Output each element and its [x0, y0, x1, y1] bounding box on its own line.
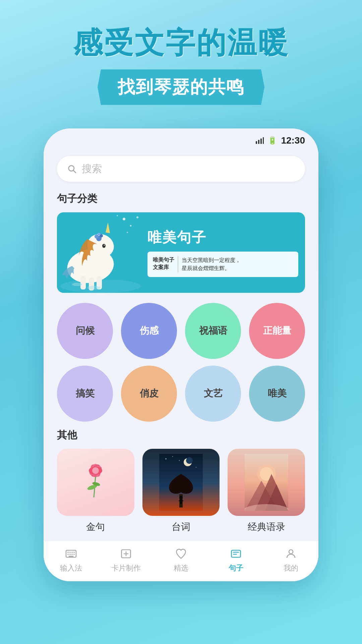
svg-rect-41	[180, 499, 182, 504]
nav-mine-label: 我的	[284, 563, 298, 573]
nav-mine[interactable]: 我的	[274, 546, 308, 573]
nav-sentences-label: 句子	[229, 563, 243, 573]
section2-label: 其他	[57, 428, 305, 442]
status-time: 12:30	[281, 135, 305, 146]
category-beautiful[interactable]: 唯美	[249, 366, 305, 422]
section1-label: 句子分类	[57, 192, 305, 206]
nav-sentences[interactable]: 句子	[219, 546, 253, 573]
nav-featured[interactable]: 精选	[164, 546, 198, 573]
card-icon	[119, 546, 133, 561]
category-grid-row1: 问候 伤感 祝福语 正能量	[57, 303, 305, 359]
svg-point-66	[289, 550, 293, 554]
svg-point-12	[102, 244, 106, 248]
nav-input-method[interactable]: 输入法	[54, 546, 88, 573]
svg-point-38	[196, 467, 196, 468]
card-script[interactable]: 台词	[142, 449, 220, 533]
nav-input-label: 输入法	[60, 563, 82, 573]
category-sad[interactable]: 伤感	[121, 303, 177, 359]
card-script-image	[142, 449, 220, 516]
category-grid-row2: 搞笑 俏皮 文艺 唯美	[57, 366, 305, 422]
svg-rect-63	[232, 550, 241, 557]
svg-point-28	[92, 467, 99, 474]
banner-quote-divider	[178, 256, 178, 272]
svg-line-1	[73, 171, 75, 173]
svg-point-21	[72, 283, 82, 286]
svg-point-22	[87, 286, 101, 290]
banner-title: 唯美句子	[147, 228, 298, 247]
card-gold-label: 金句	[86, 521, 105, 533]
nav-card-label: 卡片制作	[111, 563, 141, 573]
other-cards-row: 金句	[57, 449, 305, 533]
hero-subtitle: 找到琴瑟的共鸣	[118, 75, 244, 99]
category-positive[interactable]: 正能量	[249, 303, 305, 359]
nav-card-make[interactable]: 卡片制作	[109, 546, 143, 573]
svg-rect-18	[80, 276, 86, 289]
keyboard-icon	[64, 546, 78, 561]
phone-mockup: 🔋 12:30 搜索 句子分类	[44, 128, 318, 581]
card-gold-image	[57, 449, 134, 516]
search-container: 搜索	[44, 149, 318, 185]
hero-section: 感受文字的温暖 找到琴瑟的共鸣	[0, 0, 362, 112]
person-icon	[284, 546, 298, 561]
svg-point-13	[104, 245, 105, 246]
banner-card[interactable]: 唯美句子 唯美句子 文案库 当天空黑暗到一定程度， 星辰就会熠熠生辉。	[57, 212, 305, 293]
svg-point-34	[186, 457, 193, 464]
svg-point-6	[127, 232, 128, 233]
category-greet[interactable]: 问候	[57, 303, 113, 359]
svg-point-37	[179, 460, 180, 461]
banner-quote-box: 唯美句子 文案库 当天空黑暗到一定程度， 星辰就会熠熠生辉。	[147, 252, 298, 277]
signal-icon	[256, 137, 264, 144]
card-gold-sentences[interactable]: 金句	[57, 449, 134, 533]
category-cute[interactable]: 俏皮	[121, 366, 177, 422]
hero-subtitle-wrapper: 找到琴瑟的共鸣	[98, 69, 264, 105]
category-funny[interactable]: 搞笑	[57, 366, 113, 422]
svg-point-7	[117, 215, 118, 216]
battery-icon: 🔋	[268, 136, 277, 145]
status-bar: 🔋 12:30	[44, 128, 318, 149]
banner-quote-text: 当天空黑暗到一定程度， 星辰就会熠熠生辉。	[182, 256, 241, 272]
card-classic[interactable]: 经典语录	[228, 449, 305, 533]
card-classic-image	[228, 449, 305, 516]
svg-point-40	[179, 496, 183, 499]
sentences-icon	[229, 546, 243, 561]
bottom-nav: 输入法 卡片制作 精选	[44, 541, 318, 581]
search-icon	[67, 164, 76, 173]
card-classic-label: 经典语录	[248, 521, 285, 533]
search-bar[interactable]: 搜索	[57, 156, 305, 182]
search-placeholder: 搜索	[82, 162, 102, 176]
banner-unicorn-image	[57, 212, 144, 293]
svg-point-17	[98, 233, 100, 235]
banner-quote-label: 唯美句子 文案库	[153, 256, 174, 272]
phone-content: 句子分类	[44, 185, 318, 541]
card-script-label: 台词	[172, 521, 190, 533]
heart-icon	[174, 546, 188, 561]
category-literary[interactable]: 文艺	[185, 366, 241, 422]
svg-point-36	[172, 456, 173, 457]
svg-point-5	[136, 216, 138, 218]
banner-text-area: 唯美句子 唯美句子 文案库 当天空黑暗到一定程度， 星辰就会熠熠生辉。	[144, 221, 305, 284]
nav-featured-label: 精选	[174, 563, 188, 573]
svg-point-4	[130, 225, 132, 226]
category-bless[interactable]: 祝福语	[185, 303, 241, 359]
hero-title: 感受文字的温暖	[20, 27, 342, 59]
svg-point-35	[166, 458, 167, 459]
other-section: 其他	[57, 428, 305, 533]
